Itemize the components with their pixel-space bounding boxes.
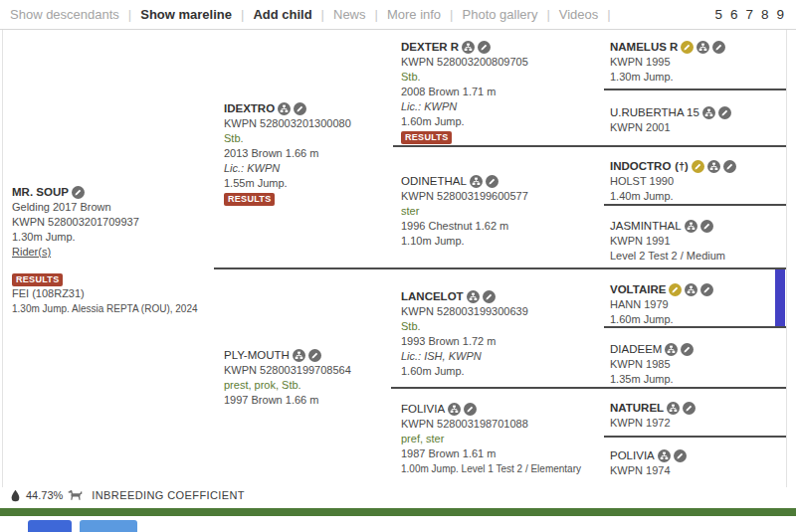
results-badge[interactable]: RESULTS — [12, 273, 63, 286]
pedigree-icon[interactable] — [293, 349, 305, 362]
predicates: Stb. — [401, 70, 595, 85]
generations-6-link[interactable]: 6 — [730, 7, 738, 22]
separator-line-gen4-c — [604, 326, 786, 328]
edit-icon[interactable] — [681, 343, 694, 356]
premium-edit-icon[interactable] — [681, 41, 694, 54]
toolbar: Show descendants| Show mareline| Add chi… — [0, 0, 796, 30]
birth-details: 2013 Brown 1.66 m — [224, 146, 393, 161]
horse-name-link[interactable]: LANCELOT — [401, 289, 464, 304]
videos-button[interactable]: Videos — [559, 7, 599, 22]
more-info-button[interactable]: More info — [387, 7, 441, 22]
generations-8-link[interactable]: 8 — [761, 7, 769, 22]
horse-name-link[interactable]: PLY-MOUTH — [224, 348, 290, 363]
edit-icon[interactable] — [486, 175, 498, 188]
separator-line-gen2 — [214, 267, 786, 269]
toolbar-divider: | — [450, 7, 453, 22]
horse-name-link[interactable]: ODINETHAL — [401, 174, 467, 189]
inbreeding-value: 44.73% — [26, 489, 63, 501]
pedigree-cell-sire: IDEXTRO KWPN 528003201300080 Stb. 2013 B… — [224, 100, 393, 206]
pedigree-cell-sss: NAMELUS R KWPN 1995 1.30m Jump. — [610, 39, 786, 85]
pedigree-icon[interactable] — [467, 290, 480, 303]
pedigree-icon[interactable] — [665, 343, 678, 356]
pedigree-icon[interactable] — [685, 283, 697, 296]
performance: 1.35m Jump. — [610, 372, 786, 387]
generations-7-link[interactable]: 7 — [745, 7, 753, 22]
horse-name-link[interactable]: MR. SOUP — [12, 185, 69, 200]
horse-name-link[interactable]: IDEXTRO — [224, 101, 275, 116]
edit-icon[interactable] — [723, 160, 736, 173]
edit-icon[interactable] — [700, 220, 713, 233]
performance: 1.40m Jump. — [610, 189, 786, 204]
pedigree-cell-dds: NATUREL KWPN 1972 — [610, 400, 786, 431]
pedigree-icon[interactable] — [685, 220, 697, 233]
separator-line-gen4-b — [604, 204, 786, 206]
registry-number: KWPN 1972 — [610, 416, 786, 431]
horse-name-link[interactable]: VOLTAIRE — [610, 282, 666, 297]
registry-number: HOLST 1990 — [610, 174, 786, 189]
horse-name-link[interactable]: DIADEEM — [610, 342, 662, 357]
horse-name-link[interactable]: NATUREL — [610, 401, 664, 416]
edit-icon[interactable] — [718, 106, 731, 119]
bottom-button-1[interactable] — [28, 520, 72, 532]
edit-icon[interactable] — [294, 102, 306, 115]
results-badge[interactable]: RESULTS — [224, 193, 275, 206]
edit-icon[interactable] — [700, 283, 713, 296]
generations-5-link[interactable]: 5 — [714, 7, 722, 22]
toolbar-divider: | — [607, 7, 610, 22]
pedigree-icon[interactable] — [470, 175, 483, 188]
horse-name-link[interactable]: FOLIVIA — [401, 402, 445, 417]
bottom-button-2[interactable] — [80, 520, 137, 532]
pedigree-icon[interactable] — [462, 41, 475, 54]
performance: 1.00m Jump. Level 1 Test 2 / Elementary — [401, 461, 600, 476]
separator-line-gen4-d — [604, 436, 786, 438]
horse-name-link[interactable]: DEXTER R — [401, 40, 459, 55]
toolbar-divider: | — [546, 7, 549, 22]
photo-gallery-button[interactable]: Photo gallery — [463, 7, 538, 22]
pedigree-icon[interactable] — [278, 102, 291, 115]
results-badge[interactable]: RESULTS — [401, 131, 452, 144]
performance: 1.60m Jump. — [401, 364, 595, 379]
toolbar-divider: | — [321, 7, 324, 22]
registry-number: HANN 1979 — [610, 297, 769, 312]
riders-link[interactable]: Rider(s) — [12, 245, 51, 260]
pedigree-icon[interactable] — [448, 403, 461, 416]
show-descendants-button[interactable]: Show descendants — [10, 7, 119, 22]
pedigree-icon[interactable] — [702, 106, 715, 119]
horse-name-link[interactable]: INDOCTRO — [610, 159, 671, 174]
separator-line-gen3-bottom — [391, 387, 786, 389]
birth-details: Gelding 2017 Brown — [12, 200, 211, 215]
performance: 1.30m Jump. — [610, 70, 786, 85]
edit-icon[interactable] — [464, 403, 477, 416]
edit-icon[interactable] — [683, 402, 696, 415]
add-child-button[interactable]: Add child — [253, 7, 311, 22]
news-button[interactable]: News — [333, 7, 366, 22]
pedigree-page: Show descendants| Show mareline| Add chi… — [0, 0, 796, 532]
horse-name-link[interactable]: POLIVIA — [610, 448, 655, 463]
show-mareline-button[interactable]: Show mareline — [140, 7, 232, 22]
license: Lic.: KWPN — [224, 161, 393, 176]
horse-name-link[interactable]: U.RUBERTHA 15 — [610, 105, 699, 120]
birth-details: 1993 Brown 1.72 m — [401, 334, 595, 349]
horse-name-link[interactable]: NAMELUS R — [610, 40, 678, 55]
generations-9-link[interactable]: 9 — [776, 7, 784, 22]
edit-icon[interactable] — [674, 449, 687, 462]
birth-details: 1996 Chestnut 1.62 m — [401, 219, 595, 234]
registry-number: KWPN 528003199600577 — [401, 189, 595, 204]
performance: 1.60m Jump. — [610, 312, 769, 327]
edit-icon[interactable] — [712, 41, 725, 54]
registry-number: KWPN 1995 — [610, 55, 786, 70]
edit-icon[interactable] — [483, 290, 496, 303]
pedigree-icon[interactable] — [658, 449, 671, 462]
pedigree-icon[interactable] — [696, 41, 709, 54]
premium-edit-icon[interactable] — [669, 283, 682, 296]
pedigree-icon[interactable] — [667, 402, 680, 415]
edit-icon[interactable] — [478, 41, 491, 54]
horse-name-link[interactable]: JASMINTHAL — [610, 219, 682, 234]
edit-icon[interactable] — [308, 349, 321, 362]
edit-icon[interactable] — [72, 186, 85, 199]
pedigree-icon[interactable] — [707, 160, 720, 173]
registry-number: KWPN 2001 — [610, 120, 786, 135]
premium-edit-icon[interactable] — [692, 160, 704, 173]
license: Lic.: KWPN — [401, 99, 595, 114]
performance: 1.55m Jump. — [224, 176, 393, 191]
